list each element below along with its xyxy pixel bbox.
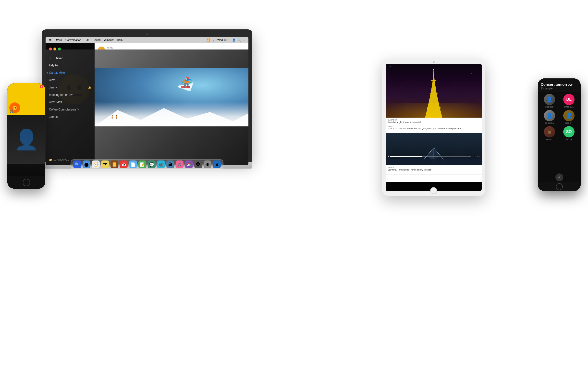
sidebar-item-coffee-connoisseurs[interactable]: Coffee Connoisseurs™ bbox=[46, 106, 94, 113]
dock-appstore[interactable]: 🅐 bbox=[194, 160, 202, 168]
menu-window[interactable]: Window bbox=[104, 38, 114, 42]
tablet: ELIZABETH Paris last night. It was so be… bbox=[382, 59, 485, 196]
dock-books[interactable]: 📚 bbox=[185, 160, 193, 168]
sidebar-item-meeting-tomorrow[interactable]: Meeting tomorrow bbox=[46, 91, 94, 98]
dock-desktop[interactable]: 🖥 bbox=[213, 160, 221, 168]
svg-rect-6 bbox=[430, 92, 438, 94]
progress-bar[interactable] bbox=[390, 156, 471, 157]
phone-right: Concert tomorrow 23 people 👤 SERGIO DL bbox=[538, 78, 581, 191]
dock-finder[interactable]: 🔍 bbox=[73, 160, 81, 168]
tablet-input[interactable] bbox=[388, 178, 480, 180]
jake-sender: JAKE bbox=[388, 126, 480, 127]
mike-sender: MIKE bbox=[107, 46, 245, 49]
dock-safari[interactable]: 🧭 bbox=[92, 160, 100, 168]
tablet-message-elizabeth: ELIZABETH Paris last night. It was so be… bbox=[388, 119, 480, 124]
app-window: 😐 + bbox=[46, 43, 248, 165]
star-1 bbox=[390, 66, 391, 67]
tablet-input-area bbox=[386, 174, 482, 182]
menu-conversation[interactable]: Conversation bbox=[66, 38, 81, 42]
concert-title: Concert tomorrow bbox=[541, 82, 578, 86]
search-icon[interactable]: 🔍 bbox=[238, 38, 241, 42]
play-icon[interactable]: ⏸ bbox=[387, 155, 389, 158]
add-participant-button[interactable]: + bbox=[556, 174, 563, 181]
sidebar-item-label: Alex, Matt bbox=[49, 100, 62, 104]
elizabeth-sender: ELIZABETH bbox=[388, 119, 480, 121]
portrait-figure: 👤 bbox=[14, 128, 39, 151]
star-3 bbox=[472, 74, 472, 74]
svg-marker-3 bbox=[428, 93, 440, 108]
sidebar-item-carter-mike[interactable]: Carter, Mike bbox=[46, 69, 94, 76]
home-button-left[interactable] bbox=[23, 179, 30, 186]
dock-notes[interactable]: 📝 bbox=[138, 160, 146, 168]
minimize-button[interactable] bbox=[54, 48, 56, 50]
phone-right-body: Concert tomorrow 23 people 👤 SERGIO DL bbox=[538, 78, 581, 191]
menu-sound[interactable]: Sound bbox=[93, 38, 101, 42]
dock-facetime[interactable]: 📹 bbox=[157, 160, 165, 168]
list-icon[interactable]: ☰ bbox=[243, 38, 246, 42]
sidebar-item-label: James bbox=[49, 115, 58, 118]
sidebar-user-name: + Ryan bbox=[53, 56, 64, 60]
participant-jessica: 👤 JESSICA bbox=[541, 110, 558, 124]
laptop: ⌘ Wire Conversation Edit Sound Window He… bbox=[42, 30, 252, 176]
add-icon: + bbox=[49, 56, 51, 60]
svg-marker-1 bbox=[433, 68, 435, 81]
phone-right-bottom-bar bbox=[538, 182, 581, 191]
sasha-avatar: SO bbox=[563, 126, 574, 138]
dock-files[interactable]: 📄 bbox=[129, 160, 137, 168]
svg-rect-8 bbox=[426, 114, 431, 118]
tablet-home-button[interactable] bbox=[430, 187, 437, 194]
star-2 bbox=[400, 70, 400, 70]
phone-left-body: 😊 1 🎵 great venue. Really goodand great … bbox=[7, 83, 45, 189]
participant-marco: MARCO bbox=[541, 126, 558, 140]
marco-name: MARCO bbox=[546, 138, 554, 140]
sidebar-item-jenny[interactable]: Jenny 🔔 bbox=[46, 84, 94, 91]
add-icon: + bbox=[558, 175, 560, 180]
sidebar-add-ryan[interactable]: + + Ryan bbox=[46, 54, 94, 62]
menubar: ⌘ Wire Conversation Edit Sound Window He… bbox=[46, 37, 248, 43]
sidebar-item-label: Italy trip bbox=[49, 64, 59, 67]
jake-text: That is so nice. We were there last year… bbox=[388, 127, 480, 130]
peter-text: Stunning. I am putting France on my visi… bbox=[388, 168, 480, 172]
maximize-button[interactable] bbox=[58, 48, 61, 50]
phone-left: 😊 1 🎵 great venue. Really goodand great … bbox=[7, 83, 45, 189]
daniela-name: DANIELA bbox=[564, 106, 574, 108]
tablet-message-peter: PETER Stunning. I am putting France on m… bbox=[388, 166, 480, 172]
phone-left-bottom-bar bbox=[7, 176, 45, 189]
archive-icon: 📁 bbox=[49, 158, 52, 161]
sidebar-item-italy-trip[interactable]: Italy trip bbox=[46, 62, 94, 69]
close-button[interactable] bbox=[49, 48, 52, 50]
user-icon: 👤 bbox=[232, 38, 236, 42]
sidebar-item-alex[interactable]: Alex bbox=[46, 76, 94, 84]
dock-wire[interactable]: ⬤ bbox=[82, 160, 90, 168]
sidebar-item-james[interactable]: James bbox=[46, 113, 94, 120]
dock-music[interactable]: 🎵 bbox=[176, 160, 184, 168]
jessica-photo-icon: 👤 bbox=[546, 112, 553, 119]
menu-edit[interactable]: Edit bbox=[85, 38, 90, 42]
wifi-icon: 📶 bbox=[206, 38, 210, 42]
sasha-name: SASHA bbox=[565, 138, 572, 140]
sergio-name: SERGIO bbox=[545, 106, 554, 108]
dock-calendar[interactable]: 📅 bbox=[120, 160, 128, 168]
dock-settings[interactable]: ⚙ bbox=[204, 160, 212, 168]
helen-name: HELEN bbox=[566, 122, 572, 124]
dock-messages[interactable]: 💬 bbox=[148, 160, 156, 168]
sidebar-item-alex-matt[interactable]: Alex, Matt bbox=[46, 98, 94, 106]
home-button-right[interactable] bbox=[556, 183, 563, 190]
menu-help[interactable]: Help bbox=[117, 38, 122, 42]
laptop-screen: ⌘ Wire Conversation Edit Sound Window He… bbox=[46, 37, 248, 165]
svg-rect-5 bbox=[431, 80, 436, 81]
phone-yellow-header: 😊 1 🎵 bbox=[7, 83, 45, 115]
louvre-scene: ⏸ 5:13 / 4:20 bbox=[386, 133, 482, 165]
apple-icon: ⌘ bbox=[48, 38, 52, 42]
dock-maps[interactable]: 🗺 bbox=[101, 160, 109, 168]
dock-photos[interactable]: 🏔 bbox=[166, 160, 174, 168]
louvre-building bbox=[386, 159, 482, 165]
laptop-camera bbox=[146, 33, 148, 35]
traffic-lights bbox=[46, 46, 94, 54]
svg-point-21 bbox=[550, 132, 550, 132]
app-name: Wire bbox=[56, 38, 62, 42]
menubar-time: Wed 10:16 bbox=[217, 38, 230, 42]
dock-contacts[interactable]: 📒 bbox=[110, 160, 118, 168]
menubar-right: 📶 🔋 Wed 10:16 👤 🔍 ☰ bbox=[206, 38, 246, 42]
elizabeth-text: Paris last night. It was so beautiful. bbox=[388, 121, 480, 124]
